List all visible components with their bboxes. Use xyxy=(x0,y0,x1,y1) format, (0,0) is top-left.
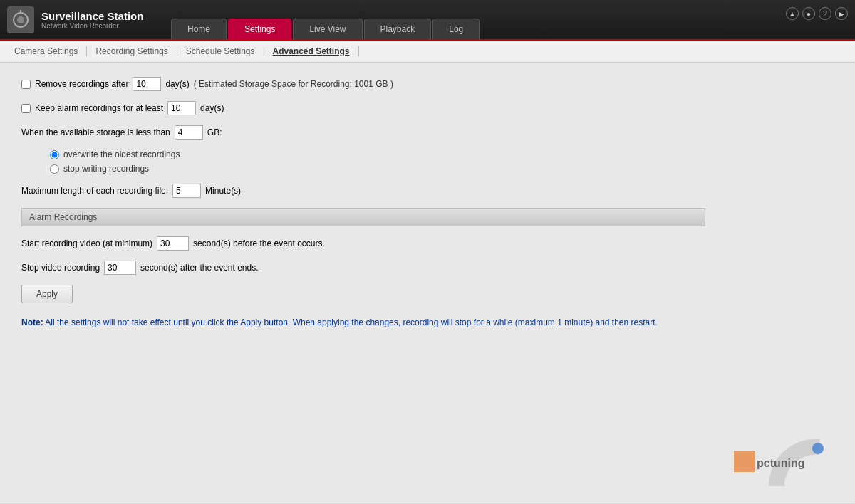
tab-live-view[interactable]: Live View xyxy=(293,19,362,39)
keep-alarm-input[interactable] xyxy=(167,101,196,115)
overwrite-radio[interactable] xyxy=(50,150,59,159)
apply-button[interactable]: Apply xyxy=(21,285,73,303)
app-header: Surveillance Station Network Video Recor… xyxy=(0,0,855,39)
app-title-area: Surveillance Station Network Video Recor… xyxy=(41,10,143,30)
sub-nav-advanced-settings[interactable]: Advanced Settings xyxy=(264,46,359,56)
stop-recording-label: Stop video recording xyxy=(21,263,100,273)
overwrite-label: overwrite the oldest recordings xyxy=(63,149,180,159)
remove-recordings-label: Remove recordings after xyxy=(35,79,128,89)
header-icon-4[interactable]: ▶ xyxy=(835,7,848,20)
logo-area: Surveillance Station Network Video Recor… xyxy=(7,6,143,33)
header-icon-3[interactable]: ? xyxy=(819,7,831,20)
storage-less-than-unit: GB: xyxy=(207,127,222,137)
app-title: Surveillance Station xyxy=(41,10,143,22)
note-section: Note: All the settings will not take eff… xyxy=(21,317,705,327)
app-logo-icon xyxy=(7,6,34,33)
remove-recordings-checkbox[interactable] xyxy=(21,80,31,89)
keep-alarm-unit: day(s) xyxy=(200,103,224,113)
start-recording-label: Start recording video (at minimum) xyxy=(21,238,152,248)
header-icon-2[interactable]: ● xyxy=(802,7,815,20)
sub-nav-camera-settings[interactable]: Camera Settings xyxy=(14,46,87,56)
sub-nav: Camera Settings Recording Settings Sched… xyxy=(0,41,855,63)
apply-section: Apply xyxy=(21,285,705,303)
content-inner: Remove recordings after day(s) ( Estimat… xyxy=(21,77,705,327)
storage-less-than-row: When the available storage is less than … xyxy=(21,125,705,140)
remove-recordings-input[interactable] xyxy=(133,77,161,91)
content-area: Remove recordings after day(s) ( Estimat… xyxy=(0,63,855,503)
tab-log[interactable]: Log xyxy=(432,19,480,39)
app-subtitle: Network Video Recorder xyxy=(41,22,143,30)
sub-nav-recording-settings[interactable]: Recording Settings xyxy=(87,46,177,56)
storage-less-than-input[interactable] xyxy=(175,125,203,140)
tab-playback[interactable]: Playback xyxy=(364,19,432,39)
stop-recording-input[interactable] xyxy=(104,261,136,275)
start-recording-unit: second(s) before the event occurs. xyxy=(193,238,325,248)
stop-writing-label: stop writing recordings xyxy=(63,164,149,174)
tab-settings[interactable]: Settings xyxy=(228,19,291,39)
storage-action-group: overwrite the oldest recordings stop wri… xyxy=(50,149,705,174)
storage-less-than-label: When the available storage is less than xyxy=(21,127,170,137)
max-length-row: Maximum length of each recording file: M… xyxy=(21,184,705,198)
max-length-label: Maximum length of each recording file: xyxy=(21,186,168,196)
stop-writing-radio[interactable] xyxy=(50,164,59,174)
keep-alarm-label: Keep alarm recordings for at least xyxy=(35,103,163,113)
remove-recordings-note: ( Estimated Storage Space for Recording:… xyxy=(194,79,393,89)
max-length-input[interactable] xyxy=(172,184,201,198)
remove-recordings-unit: day(s) xyxy=(165,79,189,89)
remove-recordings-row: Remove recordings after day(s) ( Estimat… xyxy=(21,77,705,91)
note-label: Note: xyxy=(21,317,43,327)
sub-nav-schedule-settings[interactable]: Schedule Settings xyxy=(177,46,264,56)
header-icons: ▲ ● ? ▶ xyxy=(786,7,848,20)
max-length-unit: Minute(s) xyxy=(205,186,241,196)
stop-recording-unit: second(s) after the event ends. xyxy=(140,263,258,273)
start-recording-row: Start recording video (at minimum) secon… xyxy=(21,236,705,251)
nav-tabs: Home Settings Live View Playback Log xyxy=(171,19,480,39)
start-recording-input[interactable] xyxy=(157,236,189,251)
keep-alarm-checkbox[interactable] xyxy=(21,104,31,113)
stop-recording-row: Stop video recording second(s) after the… xyxy=(21,261,705,275)
keep-alarm-row: Keep alarm recordings for at least day(s… xyxy=(21,101,705,115)
alarm-recordings-header: Alarm Recordings xyxy=(21,208,705,226)
svg-text:pctuning: pctuning xyxy=(757,457,805,469)
overwrite-radio-row: overwrite the oldest recordings xyxy=(50,149,705,159)
note-text: All the settings will not take effect un… xyxy=(45,317,658,327)
svg-point-1 xyxy=(17,16,24,23)
stop-writing-radio-row: stop writing recordings xyxy=(50,164,705,174)
watermark: pctuning xyxy=(734,433,841,490)
svg-point-4 xyxy=(812,443,824,454)
svg-rect-3 xyxy=(734,451,755,472)
header-icon-1[interactable]: ▲ xyxy=(786,7,799,20)
tab-home[interactable]: Home xyxy=(171,19,227,39)
